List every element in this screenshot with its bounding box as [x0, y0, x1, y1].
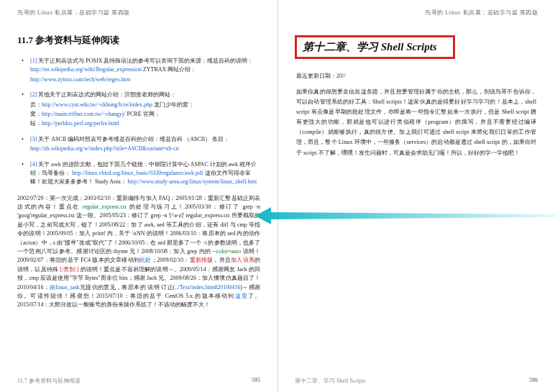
ref-link[interactable]: http://en.wikipedia.org/wiki/Regular_exp…	[30, 66, 142, 73]
chapter-intro: 如果你真的很想要走信息这条路，并且想要管理好属于你的主机，那么，别说鸟哥不告诉你…	[295, 87, 538, 158]
ref-number: [3]	[30, 136, 37, 142]
ref-link[interactable]: http://www.zytrax.com/tech/web/regex.htm	[30, 76, 130, 83]
page-footer-right: 第十二章、学习 Shell Scripts 596	[295, 374, 538, 385]
reference-item: [2] 其他关于正则表达式的网站介绍：洪朝贵老师的网站： 页：http://ww…	[22, 91, 260, 129]
section-title: 11.7 参考资料与延伸阅读	[17, 34, 260, 47]
ref-link[interactable]: http://main.rtfiber.com.tw/~changyj/	[42, 111, 126, 117]
updated-label: 最近更新日期：	[296, 73, 336, 79]
ref-link[interactable]: http://perldoc.perl.org/perlre.html	[42, 120, 119, 127]
footer-page-number: 596	[529, 377, 538, 385]
reference-list: [1] 关于正则表达式与 POSIX 及特殊语法的参考可以查询下面的来源：维基百…	[22, 57, 260, 187]
ref-text: 其他关于正则表达式的网站介绍：洪朝贵老师的网站：	[38, 91, 176, 98]
page-footer-left: 11.7 参考资料与延伸阅读 595	[17, 374, 260, 385]
changelog-text: 2002/07/29：第一次完成；2003/02/10：重新编排与加入 FAQ；…	[17, 194, 260, 310]
ref-text: 龙门少年的窝：	[152, 101, 194, 108]
running-header-left: 鸟哥的 Linux 私房菜：基础学习篇 第四版	[17, 9, 260, 21]
footer-title: 11.7 参考资料与延伸阅读	[17, 377, 81, 385]
reference-item: [1] 关于正则表达式与 POSIX 及特殊语法的参考可以查询下面的来源：维基百…	[22, 57, 260, 84]
ref-text: 关于正则表达式与 POSIX 及特殊语法的参考可以查询下面的来源：维基百科的说明…	[38, 58, 253, 64]
ref-number: [2]	[30, 91, 37, 98]
ref-number: [4]	[30, 161, 37, 168]
footer-title: 第十二章、学习 Shell Scripts	[295, 377, 366, 385]
page-left: 鸟哥的 Linux 私房菜：基础学习篇 第四版 11.7 参考资料与延伸阅读 […	[0, 0, 278, 392]
updated-value: 20//	[336, 73, 345, 79]
reference-item: [3] 关于 ASCII 编码对照表可参考维基百科的介绍：维基百科 （ASCII…	[22, 135, 260, 154]
running-header-right: 鸟哥的 Linux 私房菜：基础学习篇 第四版	[295, 9, 538, 21]
ref-link[interactable]: http://zh.wikipedia.org/w/index.php?titl…	[30, 145, 179, 152]
chapter-title: 第十二章、学习 Shell Scripts	[303, 41, 437, 53]
reference-item: [4] 关于 awk 的进阶文献，包括下面几个链接：中研院计算中心 ASPAC …	[22, 160, 260, 187]
ref-text: ZYTRAX 网站介绍：	[143, 66, 196, 73]
footer-page-number: 595	[252, 377, 260, 385]
ref-number: [1]	[30, 58, 37, 64]
ref-link[interactable]: http://linux.vbird.org/linux_basic/0330r…	[72, 170, 203, 176]
ref-link[interactable]: http://www.cyut.edu.tw/~ckhung/b/re/inde…	[42, 101, 152, 108]
ref-link[interactable]: http://www.study-area.org/linux/system/l…	[128, 178, 257, 185]
last-updated: 最近更新日期：20//	[296, 72, 538, 80]
ref-text: PCRE 官网：	[126, 111, 160, 117]
ref-text: 关于 ASCII 编码对照表可参考维基百科的介绍：维基百科 （ASCII） 条目…	[38, 136, 229, 142]
page-right: 鸟哥的 Linux 私房菜：基础学习篇 第四版 第十二章、学习 Shell Sc…	[278, 0, 555, 392]
chapter-title-box: 第十二章、学习 Shell Scripts	[295, 35, 455, 59]
